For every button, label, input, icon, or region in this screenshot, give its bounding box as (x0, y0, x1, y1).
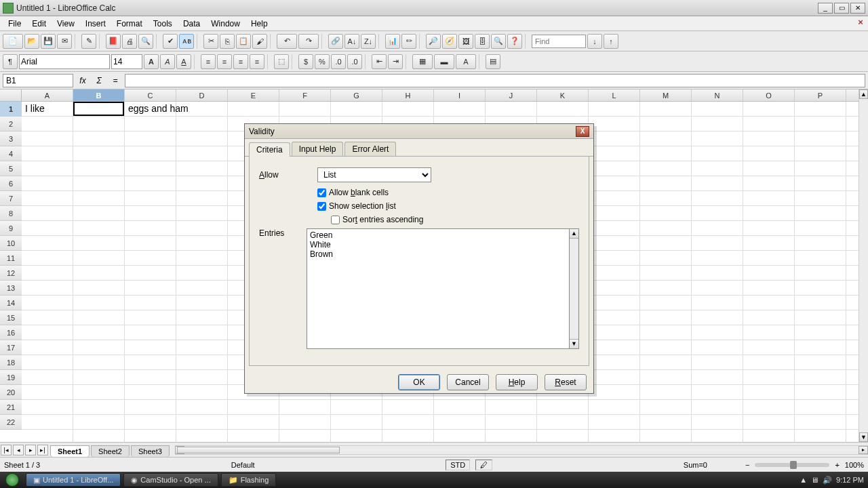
cell-a1[interactable]: I like (23, 102, 47, 115)
window-minimize-button[interactable]: _ (818, 3, 833, 14)
horizontal-scrollbar[interactable]: ◂ ▸ (175, 445, 868, 455)
menu-data[interactable]: Data (178, 18, 205, 30)
row-header-5[interactable]: 5 (0, 161, 22, 176)
tab-last-button[interactable]: ▸| (37, 445, 48, 455)
undo-button[interactable]: ↶ (277, 34, 297, 49)
active-cell-b1[interactable] (73, 102, 124, 116)
tab-error-alert[interactable]: Error Alert (344, 142, 396, 156)
sort-desc-button[interactable]: Z↓ (361, 34, 376, 49)
function-wizard-button[interactable]: fx (76, 74, 90, 87)
email-button[interactable]: ✉ (57, 34, 72, 49)
row-header-21[interactable]: 21 (0, 400, 22, 415)
row-header-17[interactable]: 17 (0, 340, 22, 355)
row-header-16[interactable]: 16 (0, 325, 22, 340)
row-header-7[interactable]: 7 (0, 191, 22, 206)
formula-input[interactable] (125, 74, 865, 87)
font-color-button[interactable]: A (456, 54, 476, 69)
cancel-button[interactable]: Cancel (447, 374, 489, 390)
row-header-20[interactable]: 20 (0, 385, 22, 400)
font-size-combo[interactable] (111, 54, 142, 69)
percent-button[interactable]: % (315, 54, 330, 69)
show-selection-checkbox[interactable] (317, 202, 326, 211)
sort-asc-button[interactable]: A↓ (344, 34, 359, 49)
tab-input-help[interactable]: Input Help (292, 142, 344, 156)
row-header-9[interactable]: 9 (0, 221, 22, 236)
background-color-button[interactable]: ▬ (434, 54, 454, 69)
status-zoom[interactable]: 100% (845, 461, 864, 469)
row-header-4[interactable]: 4 (0, 146, 22, 161)
tab-prev-button[interactable]: ◂ (13, 445, 24, 455)
zoom-in-icon[interactable]: + (835, 461, 839, 469)
status-sum[interactable]: Sum=0 (684, 461, 707, 469)
align-justify-button[interactable]: ≡ (250, 54, 264, 69)
zoom-out-icon[interactable]: − (745, 461, 749, 469)
tray-clock[interactable]: 9:12 PM (836, 476, 864, 484)
taskbar-item-flashing[interactable]: 📁Flashing (221, 473, 277, 487)
column-header-e[interactable]: E (228, 89, 279, 101)
menu-tools[interactable]: Tools (148, 18, 178, 30)
italic-button[interactable]: A (160, 54, 175, 69)
menu-window[interactable]: Window (205, 18, 245, 30)
row-header-11[interactable]: 11 (0, 251, 22, 266)
autospellcheck-button[interactable]: ᴀʙ (179, 34, 194, 49)
column-header-f[interactable]: F (279, 89, 331, 101)
allow-combo[interactable]: List (317, 167, 431, 182)
sheet-tab-3[interactable]: Sheet3 (131, 445, 170, 457)
row-header-13[interactable]: 13 (0, 281, 22, 296)
spellcheck-button[interactable]: ✔ (163, 34, 178, 49)
export-pdf-button[interactable]: 📕 (106, 34, 121, 49)
datasources-button[interactable]: 🗄 (475, 34, 490, 49)
open-button[interactable]: 📂 (24, 34, 39, 49)
tab-next-button[interactable]: ▸ (25, 445, 36, 455)
scroll-track[interactable] (570, 239, 578, 339)
print-preview-button[interactable]: 🔍 (138, 34, 153, 49)
column-header-d[interactable]: D (176, 89, 228, 101)
sort-entries-checkbox[interactable] (331, 216, 340, 224)
scroll-down-arrow[interactable]: ▼ (570, 339, 578, 348)
align-right-button[interactable]: ≡ (233, 54, 248, 69)
menu-format[interactable]: Format (111, 18, 148, 30)
navigator-button[interactable]: 🧭 (442, 34, 457, 49)
menu-view[interactable]: View (52, 18, 80, 30)
sheet-tab-2[interactable]: Sheet2 (91, 445, 130, 457)
taskbar-item-libreoffice[interactable]: ▣Untitled 1 - LibreOff... (26, 473, 121, 487)
save-button[interactable]: 💾 (41, 34, 56, 49)
print-button[interactable]: 🖨 (122, 34, 137, 49)
help-button[interactable]: Help (496, 374, 538, 390)
edit-file-button[interactable]: ✎ (81, 34, 96, 49)
entries-scrollbar[interactable]: ▲ ▼ (570, 228, 579, 349)
row-header-8[interactable]: 8 (0, 206, 22, 221)
system-tray[interactable]: ▲ 🖥 🔊 9:12 PM (795, 476, 868, 485)
row-header-19[interactable]: 19 (0, 370, 22, 385)
currency-button[interactable]: $ (298, 54, 313, 69)
scroll-up-arrow[interactable]: ▲ (570, 229, 578, 239)
tab-first-button[interactable]: |◂ (1, 445, 12, 455)
row-header-18[interactable]: 18 (0, 355, 22, 370)
column-header-b[interactable]: B (73, 89, 125, 101)
row-header-15[interactable]: 15 (0, 310, 22, 325)
row-header-2[interactable]: 2 (0, 117, 22, 131)
zoom-slider[interactable] (755, 463, 829, 467)
row-header-22[interactable]: 22 (0, 415, 22, 430)
column-header-j[interactable]: J (486, 89, 537, 101)
row-header-14[interactable]: 14 (0, 296, 22, 310)
menu-file[interactable]: File (3, 18, 26, 30)
tray-icon[interactable]: 🖥 (811, 476, 818, 484)
tray-icon[interactable]: ▲ (800, 476, 807, 484)
column-header-l[interactable]: L (589, 89, 640, 101)
sheet-tab-1[interactable]: Sheet1 (50, 445, 90, 457)
bold-button[interactable]: A (144, 54, 159, 69)
find-input[interactable] (532, 35, 586, 48)
align-center-button[interactable]: ≡ (217, 54, 232, 69)
zoom-slider-knob[interactable] (790, 461, 797, 469)
extra-button[interactable]: ▤ (486, 54, 500, 69)
name-box[interactable] (3, 74, 73, 87)
column-header-k[interactable]: K (537, 89, 589, 101)
column-header-n[interactable]: N (692, 89, 743, 101)
dialog-close-button[interactable]: X (576, 126, 589, 137)
entries-textarea[interactable] (307, 228, 570, 349)
row-header-10[interactable]: 10 (0, 236, 22, 251)
font-name-combo[interactable] (19, 54, 110, 69)
align-left-button[interactable]: ≡ (201, 54, 216, 69)
row-header-6[interactable]: 6 (0, 176, 22, 191)
